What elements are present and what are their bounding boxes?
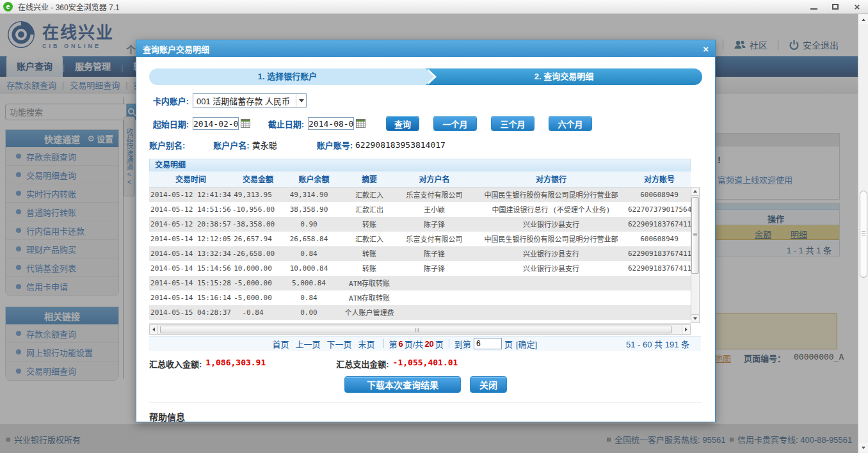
step-wizard: 1. 选择银行账户 2. 查询交易明细 [149,68,702,85]
scroll-down-icon[interactable] [691,314,699,322]
table-cell: -0.84 [232,305,284,320]
table-cell: 中国建设银行总行 (不受理个人业务) [474,202,628,217]
quick-range-button[interactable]: 六个月 [549,116,592,131]
table-cell: 2014-05-14 12:12:05 [149,232,232,246]
table-cell: 5,000.84 [284,276,344,290]
table-cell: 2014-05-12 14:51:56 [149,202,232,217]
total-income-label: 汇总收入金额: [149,358,202,370]
table-cell: -26,658.00 [232,246,284,261]
pagination-link[interactable]: 下一页 [326,338,351,350]
table-cell: 陈子锋 [394,261,474,276]
table-cell: 6227073790175641 [628,202,691,217]
records-range-text: 51 - 60 共 191 条 [626,338,689,350]
table-cell: -10,956.00 [232,202,284,217]
quick-range-button[interactable]: 一个月 [433,116,477,131]
table-row[interactable]: 2014-05-12 20:38:57-38,358.000.90转账陈子锋兴业… [149,217,691,232]
scroll-up-icon[interactable] [691,187,699,196]
table-cell: 622909183767411413 [628,217,691,232]
step-select-account[interactable]: 1. 选择银行账户 [149,68,426,85]
transaction-query-dialog: 查询账户交易明细 × 1. 选择银行账户 2. 查询交易明细 卡内账户: 001… [136,40,716,422]
dialog-close-icon[interactable]: × [703,44,709,54]
column-header: 交易金额 [232,171,284,187]
table-cell: 600608949 [628,320,691,324]
table-row[interactable]: 2014-05-14 15:16:14-5,000.000.84ATM存取转账 [149,290,691,305]
table-cell: 0.00 [284,305,344,320]
goto-confirm-link[interactable]: [确定] [516,338,537,350]
account-select[interactable]: 001 活期储蓄存款 人民币 [193,93,307,107]
close-window-button[interactable]: × [846,0,868,13]
vertical-scroll-thumb[interactable] [691,197,699,274]
end-date-label: 截止日期: [250,118,304,130]
calendar-icon[interactable] [241,119,250,128]
table-cell: 乐富支付有限公司 [394,187,474,202]
table-cell: 汇款汇出 [344,202,394,217]
table-cell: 乐富支付有限公司 [394,320,474,324]
table-cell [394,276,474,290]
table-row[interactable]: 2014-05-14 12:12:0526,657.9426,658.84汇款汇… [149,232,691,246]
query-button[interactable]: 查询 [386,116,419,131]
table-cell [232,320,284,324]
step-query-details[interactable]: 2. 查询交易明细 [426,68,702,85]
page-suffix-label: 页 [435,338,444,350]
browser-scrollbar[interactable] [858,14,868,453]
pagination-link[interactable]: 首页 [272,338,289,350]
table-row[interactable]: 2014-05-12 14:51:56-10,956.0038,358.90汇款… [149,202,691,217]
table-cell [284,320,344,324]
start-date-input[interactable] [193,117,239,130]
table-cell: 38,358.90 [284,202,344,217]
account-select-value: 001 活期储蓄存款 人民币 [197,95,290,107]
table-row[interactable]: 2014-05-14 15:15:28-5,000.005,000.84ATM存… [149,276,691,290]
table-vertical-scrollbar[interactable] [691,187,700,323]
table-cell: 2014-05-14 15:16:14 [149,290,232,305]
table-cell: 0.84 [284,290,344,305]
table-cell: 汇款汇入 [344,320,394,324]
total-expense-label: 汇总支出金额: [336,358,389,370]
download-results-button[interactable]: 下载本次查询结果 [344,376,461,393]
table-row[interactable]: 2014-05-15 04:28:37-0.840.00个人账户管理费 [149,305,691,320]
table-cell: 622909183767411413 [628,261,691,276]
table-cell: 陈子锋 [394,246,474,261]
table-cell [628,276,691,290]
table-horizontal-scrollbar[interactable] [149,324,691,335]
dialog-header: 查询账户交易明细 × [136,40,715,57]
table-row[interactable]: 汇款汇入乐富支付有限公司中国民生银行股份有限公司昆明分行营业部600608949 [149,320,691,324]
table-cell: 600608949 [628,232,691,246]
scroll-up-icon[interactable] [859,15,868,24]
account-number-value: 622908183953814017 [355,140,446,150]
table-cell: 陈子锋 [394,217,474,232]
pagination-link[interactable]: 末页 [358,338,374,350]
table-cell: 王小颖 [394,202,474,217]
browser-window: e 在线兴业 - 360安全浏览器 7.1 × 在线兴业 CIB ONLINE [0,0,868,453]
table-cell [474,305,628,320]
scroll-thumb[interactable] [860,191,867,278]
table-cell: -5,000.00 [232,276,284,290]
scroll-down-icon[interactable] [859,443,868,452]
table-cell: 10,000.00 [232,261,284,276]
transactions-table: 交易明细 交易时间交易金额账户余额摘要对方户名对方银行对方账号 2014-05-… [149,159,701,335]
goto-page-input[interactable] [474,338,502,349]
column-header: 摘要 [344,171,394,187]
table-cell: 转账 [344,246,394,261]
horizontal-scroll-thumb[interactable] [160,326,672,333]
quick-range-button[interactable]: 三个月 [491,116,534,131]
table-row[interactable]: 2014-05-14 13:32:34-26,658.000.84转账陈子锋兴业… [149,246,691,261]
table-cell: 中国民生银行股份有限公司昆明分行营业部 [474,320,628,324]
table-cell: 49,314.90 [284,187,344,202]
table-row[interactable]: 2014-05-12 12:41:3449,313.9549,314.90汇款汇… [149,187,691,202]
table-row[interactable]: 2014-05-14 15:14:5610,000.0010,000.84转账陈… [149,261,691,276]
scroll-right-icon[interactable] [682,325,690,334]
table-cell [628,305,691,320]
table-cell: 0.90 [284,217,344,232]
pagination-link[interactable]: 上一页 [295,338,320,350]
account-number-label: 账户账号: [317,139,353,151]
calendar-icon[interactable] [356,119,366,128]
scroll-left-icon[interactable] [150,325,158,334]
table-cell: 中国民生银行股份有限公司昆明分行营业部 [474,187,628,202]
maximize-button[interactable] [824,0,846,13]
table-cell [149,320,232,324]
end-date-input[interactable] [308,117,354,130]
minimize-button[interactable] [803,0,824,13]
table-cell: 2014-05-15 04:28:37 [149,305,232,320]
table-cell: 49,313.95 [232,187,284,202]
close-dialog-button[interactable]: 关闭 [470,376,507,393]
